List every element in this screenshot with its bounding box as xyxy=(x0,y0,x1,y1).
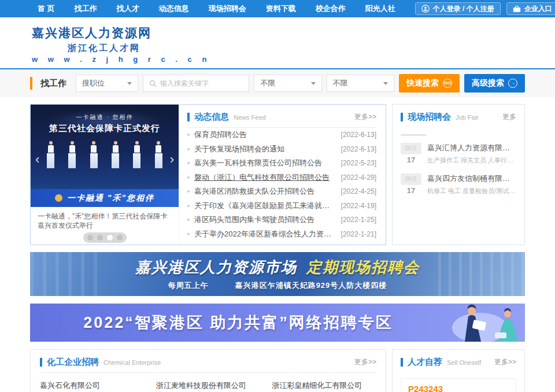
keyword-search-field xyxy=(143,75,249,92)
carousel-dot[interactable] xyxy=(117,235,123,241)
nav-item-sunshine-hr[interactable]: 阳光人社 xyxy=(365,3,395,14)
chemical-enterprise-panel: 化工企业招聘 Chemical Enterprise 更多>> 嘉兴石化有限公司… xyxy=(30,349,386,392)
nav-item-find-talent[interactable]: 找人才 xyxy=(117,3,139,14)
company-cell: 嘉兴石化有限公司 工艺员 设备管理 警卫（残疾工） xyxy=(40,380,145,392)
news-link[interactable]: 港区码头范围内集卡驾驶员招聘公告 xyxy=(194,215,336,225)
person-figure xyxy=(112,141,119,168)
news-link[interactable]: 关于恢复现场招聘会的通知 xyxy=(194,144,336,154)
filter-select-1[interactable]: 不限 xyxy=(254,75,321,92)
enterprise-entrance-button[interactable]: 企业入口 xyxy=(506,2,555,15)
company-cell: 浙江麦堆科技股份有限公司 销售专员 会计 土建主管 xyxy=(156,380,261,392)
company-grid: 嘉兴石化有限公司 工艺员 设备管理 警卫（残疾工） 浙江麦堆科技股份有限公司 销… xyxy=(40,380,376,392)
bullet-icon xyxy=(187,148,190,150)
go-circle-icon: GO xyxy=(443,79,452,88)
chemical-header: 化工企业招聘 Chemical Enterprise 更多>> xyxy=(40,356,376,373)
news-row: 嘉兴港区消防救援大队公开招聘公告 [2022-4-25] xyxy=(187,184,376,199)
job-fair-info: 嘉兴汇博人力资源有限公司 生产操作工 报关文员 人事行政助理... xyxy=(427,143,516,165)
chemical-more-link[interactable]: 更多>> xyxy=(354,357,376,367)
talent-header: 人才自荐 Sell Oneself 更多>> xyxy=(401,356,516,372)
carousel-dot[interactable] xyxy=(97,235,103,241)
quick-search-label: 快速搜索 xyxy=(406,78,439,88)
site-logo[interactable]: 嘉兴港区人力资源网 浙江化工人才网 w w w . z j h g r c . … xyxy=(32,25,555,64)
advanced-search-button[interactable]: 高级搜索 → xyxy=(464,74,525,93)
news-row: 关于印发《嘉兴港区鼓励新员工来港就业补助操作... [2022-4-19] xyxy=(187,199,376,213)
bullet-icon xyxy=(187,233,190,235)
company-link[interactable]: 嘉兴石化有限公司 xyxy=(40,380,145,391)
user-icon xyxy=(421,5,430,13)
job-fair-company-link[interactable]: 嘉兴汇博人力资源有限公司 xyxy=(427,143,516,153)
job-fair-banner[interactable]: 嘉兴港区人力资源市场定期现场招聘会 每周五上午 嘉兴港区乍浦镇天妃路929号人防… xyxy=(30,252,525,296)
top-navbar: 首 页 找工作 找人才 动态信息 现场招聘会 资料下载 校企合作 阳光人社 个人… xyxy=(0,0,555,17)
carousel-caption[interactable]: 一卡融通，"禾"您相伴！第三代社会保障卡嘉兴首发仪式举行 xyxy=(31,207,179,230)
nav-item-job-fair[interactable]: 现场招聘会 xyxy=(209,3,246,14)
job-fair-month: 06月 xyxy=(401,173,421,185)
news-link[interactable]: 嘉兴港区消防救援大队公开招聘公告 xyxy=(194,186,336,197)
nav-item-home[interactable]: 首 页 xyxy=(38,3,55,14)
carousel-next-button[interactable]: › xyxy=(168,152,176,167)
person-figure xyxy=(68,141,76,168)
news-row: 关于恢复现场招聘会的通知 [2022-6-13] xyxy=(187,142,376,157)
carousel-dot[interactable] xyxy=(87,235,93,241)
chevron-down-icon xyxy=(127,82,132,85)
carousel-slide[interactable]: 一卡融通 · 您相伴 第三代社会保障卡正式发行 一卡融通 "禾"您相伴 xyxy=(31,105,179,207)
slide-bottom-text: 一卡融通 "禾"您相伴 xyxy=(67,193,154,204)
news-feed-header: 动态信息 News Feed 更多>> xyxy=(187,110,376,128)
bullet-icon xyxy=(187,176,190,179)
news-date: [2022-5-23] xyxy=(341,159,376,167)
job-fair-more-link[interactable]: 更多 xyxy=(502,112,516,122)
nav-item-find-job[interactable]: 找工作 xyxy=(75,3,97,14)
talent-title: 人才自荐 xyxy=(408,357,442,368)
keyword-search-input[interactable] xyxy=(160,79,243,87)
chemical-subtitle: Chemical Enterprise xyxy=(103,359,161,366)
job-fair-day: 17 xyxy=(401,156,421,164)
quick-search-button[interactable]: 快速搜索 GO xyxy=(399,74,460,93)
news-date: [2022-4-25] xyxy=(341,187,376,195)
news-row: 磐动（浙江）电气科技有限公司招聘公告 [2022-4-29] xyxy=(187,171,376,185)
chevron-down-icon xyxy=(383,82,388,85)
news-more-link[interactable]: 更多>> xyxy=(354,112,376,122)
advanced-search-label: 高级搜索 xyxy=(472,78,504,88)
online-recruitment-banner[interactable]: 2022“智聚港区 助力共富”网络招聘专区 xyxy=(30,304,525,342)
banner1-address: 嘉兴港区乍浦镇天妃路929号人防大楼四楼 xyxy=(235,280,387,291)
news-link[interactable]: 关于印发《嘉兴港区鼓励新员工来港就业补助操作... xyxy=(194,201,336,211)
talent-subtitle: Sell Oneself xyxy=(447,359,481,366)
slide-slogan-small: 一卡融通 · 您相伴 xyxy=(76,113,134,121)
person-figure xyxy=(90,141,98,168)
news-link-hovered[interactable]: 磐动（浙江）电气科技有限公司招聘公告 xyxy=(194,172,336,183)
nav-actions: 个人登录 / 个人注册 企业入口 xyxy=(415,2,555,15)
briefcase-icon xyxy=(513,5,521,13)
news-row: 港区码头范围内集卡驾驶员招聘公告 [2022-1-25] xyxy=(187,213,376,227)
talent-more-link[interactable]: 更多>> xyxy=(494,357,516,367)
nav-item-news[interactable]: 动态信息 xyxy=(159,3,189,14)
company-link[interactable]: 浙江彩皇精细化工有限公司 xyxy=(272,380,376,391)
carousel-prev-button[interactable]: ‹ xyxy=(33,152,42,167)
filter-select-2[interactable]: 不限 xyxy=(327,75,394,92)
job-fair-title: 现场招聘会 xyxy=(408,112,451,123)
accent-bar xyxy=(30,77,32,90)
chevron-down-icon xyxy=(311,82,316,85)
chemical-title: 化工企业招聘 xyxy=(47,357,99,368)
job-fair-date-badge: 06月 17 xyxy=(401,173,421,195)
company-link[interactable]: 浙江麦堆科技股份有限公司 xyxy=(156,380,261,391)
job-fair-month: 06月 xyxy=(401,143,421,154)
talent-panel: 人才自荐 Sell Oneself 更多>> P243243 男 ｜ 嘉兴市->… xyxy=(392,349,525,392)
search-category-select[interactable]: 搜职位 xyxy=(76,75,138,92)
bullet-icon xyxy=(187,205,190,207)
nav-item-downloads[interactable]: 资料下载 xyxy=(266,3,296,14)
stage-people-illustration xyxy=(31,141,179,168)
job-fair-date-badge: 06月 17 xyxy=(401,143,421,165)
carousel-dot-active[interactable] xyxy=(107,235,113,241)
enterprise-entrance-label: 企业入口 xyxy=(524,4,552,14)
news-link[interactable]: 嘉兴美一瓦科技有限责任公司招聘公告 xyxy=(194,158,336,168)
news-row: 关于举办2022年港区新春综合性人力资源暨春风... [2022-1-21] xyxy=(187,227,376,242)
search-section-label: 找工作 xyxy=(40,78,66,89)
filter-2-value: 不限 xyxy=(333,78,348,88)
personal-login-button[interactable]: 个人登录 / 个人注册 xyxy=(415,2,501,15)
talent-card[interactable]: P243243 男 ｜ 嘉兴市->嘉兴港区 ｜ 八年以上 xyxy=(401,378,516,392)
talent-id-link[interactable]: P243243 xyxy=(408,384,509,392)
nav-item-school-cooperation[interactable]: 校企合作 xyxy=(316,3,346,14)
job-fair-positions: 机修工 电工 质量检验员/测试员 叉车... xyxy=(427,187,516,195)
news-link[interactable]: 关于举办2022年港区新春综合性人力资源暨春风... xyxy=(194,229,336,239)
job-fair-company-link[interactable]: 嘉兴四方友信制桶有限公司 xyxy=(427,173,516,184)
news-link[interactable]: 保育员招聘公告 xyxy=(194,130,336,140)
